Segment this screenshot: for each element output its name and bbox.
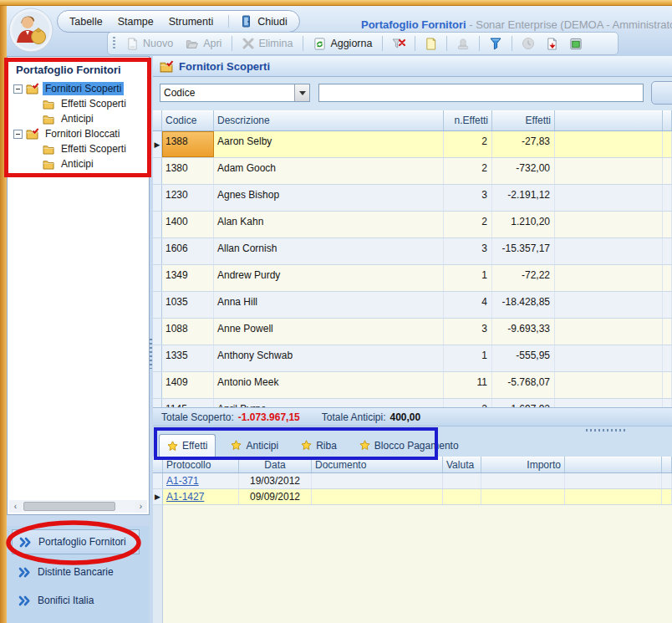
supplier-row[interactable]: 1349Andrew Purdy1-72,22 xyxy=(153,265,672,292)
tree-horizontal-scrollbar[interactable]: ‹ › xyxy=(9,500,147,513)
protocollo-link[interactable]: A1-1427 xyxy=(166,491,204,503)
user-avatar-icon xyxy=(8,8,53,53)
supplier-row[interactable]: 1409Antonio Meek11-5.768,07 xyxy=(153,372,672,399)
header-descrizione[interactable]: Descrizione xyxy=(214,110,444,130)
cell-effetti: -555,95 xyxy=(492,345,555,371)
protocollo-link[interactable]: A1-371 xyxy=(166,475,199,487)
folder-icon xyxy=(43,99,55,110)
search-button[interactable] xyxy=(651,81,672,105)
cell-descrizione: Alan Kahn xyxy=(214,212,444,237)
header-empty xyxy=(663,110,672,130)
clock-button[interactable] xyxy=(517,35,539,52)
tree-child-anticipi[interactable]: Anticipi xyxy=(8,111,149,126)
header-data[interactable]: Data xyxy=(239,457,312,472)
tab-blocco-pagamento[interactable]: Blocco Pagamento xyxy=(352,434,466,457)
cell-effetti: -5.768,07 xyxy=(492,372,555,398)
totale-scoperto-value: -1.073.967,15 xyxy=(238,411,300,423)
cell-effetti: 1.697,92 xyxy=(492,399,555,407)
tree-child-anticipi-2[interactable]: Anticipi xyxy=(8,156,149,171)
combo-dropdown-button[interactable] xyxy=(294,84,309,101)
tree-node-label: Fornitori Scoperti xyxy=(43,82,124,95)
stamp-icon xyxy=(456,38,470,50)
nav-portafoglio-fornitori[interactable]: Portafoglio Fornitori xyxy=(12,529,140,554)
header-importo[interactable]: Importo xyxy=(481,457,565,472)
effetto-row[interactable]: A1-37119/03/2012 xyxy=(153,473,672,489)
effetto-row[interactable]: ▶A1-142709/09/2012 xyxy=(153,489,672,505)
main-panel-title: Fornitori Scoperti xyxy=(179,60,270,73)
cell-empty xyxy=(555,212,663,237)
nav-distinte-bancarie[interactable]: Distinte Bancarie xyxy=(18,566,114,578)
search-input[interactable] xyxy=(318,84,644,102)
delete-button[interactable]: Elimina xyxy=(237,36,298,51)
tab-effetti[interactable]: Effetti xyxy=(159,434,216,457)
cell-valuta xyxy=(443,473,481,488)
collapse-icon[interactable] xyxy=(13,84,23,94)
blank-document-button[interactable] xyxy=(420,36,441,52)
window-frame-left xyxy=(0,6,7,623)
folder-icon xyxy=(43,159,55,170)
cell-empty xyxy=(555,158,663,184)
supplier-row[interactable]: 1380Adam Gooch2-732,00 xyxy=(153,158,672,185)
sidebar-splitter-handle[interactable] xyxy=(150,339,152,369)
supplier-row[interactable]: 1145April Byrne21.697,92 xyxy=(153,399,672,407)
header-codice[interactable]: Codice xyxy=(162,110,214,130)
row-indicator xyxy=(153,372,162,398)
tree-child-effetti-scoperti[interactable]: Effetti Scoperti xyxy=(8,96,149,111)
scrollbar-thumb[interactable] xyxy=(23,502,115,511)
scroll-right-icon[interactable]: › xyxy=(135,500,147,513)
folder-check-icon xyxy=(26,83,39,94)
folder-icon xyxy=(43,114,55,125)
supplier-row[interactable]: 1230Agnes Bishop3-2.191,12 xyxy=(153,185,672,212)
preview-window-button[interactable] xyxy=(565,36,587,52)
supplier-row[interactable]: 1035Anna Hill4-18.428,85 xyxy=(153,292,672,319)
new-button[interactable]: Nuovo xyxy=(121,36,178,52)
open-button[interactable]: Apri xyxy=(181,36,227,52)
filter-button[interactable] xyxy=(485,35,507,52)
nav-bonifici-italia[interactable]: Bonifici Italia xyxy=(18,595,94,606)
header-empty xyxy=(662,457,672,472)
cell-effetti: -2.191,12 xyxy=(492,185,555,211)
header-effetti[interactable]: Effetti xyxy=(492,110,555,130)
refresh-button[interactable]: Aggiorna xyxy=(308,36,377,52)
cell-codice: 1388 xyxy=(162,131,214,157)
supplier-row[interactable]: 1606Allan Cornish3-15.357,17 xyxy=(153,238,672,265)
menu-chiudi[interactable]: Chiudi xyxy=(228,15,287,28)
filter-field-select[interactable]: Codice xyxy=(160,84,310,102)
stamp-button[interactable] xyxy=(452,36,474,52)
tree-node-fornitori-scoperti[interactable]: Fornitori Scoperti xyxy=(8,81,149,96)
cell-codice: 1035 xyxy=(162,292,214,318)
header-n-effetti[interactable]: n.Effetti xyxy=(444,110,492,130)
header-valuta[interactable]: Valuta xyxy=(443,457,481,472)
tree-node-fornitori-bloccati[interactable]: Fornitori Bloccati xyxy=(8,126,149,141)
toolbar-grip[interactable] xyxy=(113,37,115,50)
supplier-row[interactable]: ▶1388Aaron Selby2-27,83 xyxy=(153,131,672,158)
export-document-button[interactable] xyxy=(542,36,563,52)
collapse-icon[interactable] xyxy=(13,130,23,139)
scroll-left-icon[interactable]: ‹ xyxy=(9,500,22,513)
tab-label: Blocco Pagamento xyxy=(374,440,459,452)
menu-strumenti[interactable]: Strumenti xyxy=(169,16,214,28)
header-protocollo[interactable]: Protocollo xyxy=(163,457,239,472)
cell-empty xyxy=(555,399,663,407)
tab-anticipi[interactable]: Anticipi xyxy=(223,434,286,457)
detail-indicator-strip xyxy=(153,505,163,623)
supplier-row[interactable]: 1335Anthony Schwab1-555,95 xyxy=(153,345,672,372)
menu-tabelle[interactable]: Tabelle xyxy=(69,16,103,28)
remove-filter-button[interactable] xyxy=(388,35,410,52)
menu-stampe[interactable]: Stampe xyxy=(118,16,154,28)
supplier-row[interactable]: 1088Anne Powell3-9.693,33 xyxy=(153,319,672,345)
row-indicator xyxy=(153,319,162,345)
clock-icon xyxy=(522,37,535,50)
cell-empty xyxy=(555,292,663,318)
header-documento[interactable]: Documento xyxy=(312,457,443,472)
tab-riba[interactable]: Riba xyxy=(293,434,344,457)
cell-n-effetti: 2 xyxy=(444,158,492,184)
header-indicator-cell xyxy=(153,110,162,130)
totals-bar: Totale Scoperto: -1.073.967,15 Totale An… xyxy=(153,407,672,426)
supplier-row[interactable]: 1400Alan Kahn21.210,20 xyxy=(153,212,672,238)
tree-child-effetti-scoperti-2[interactable]: Effetti Scoperti xyxy=(8,141,149,156)
cell-empty xyxy=(555,131,663,157)
cell-importo xyxy=(481,489,565,504)
splitter-dots-handle[interactable] xyxy=(586,429,626,432)
menu-chiudi-label: Chiudi xyxy=(257,16,287,28)
